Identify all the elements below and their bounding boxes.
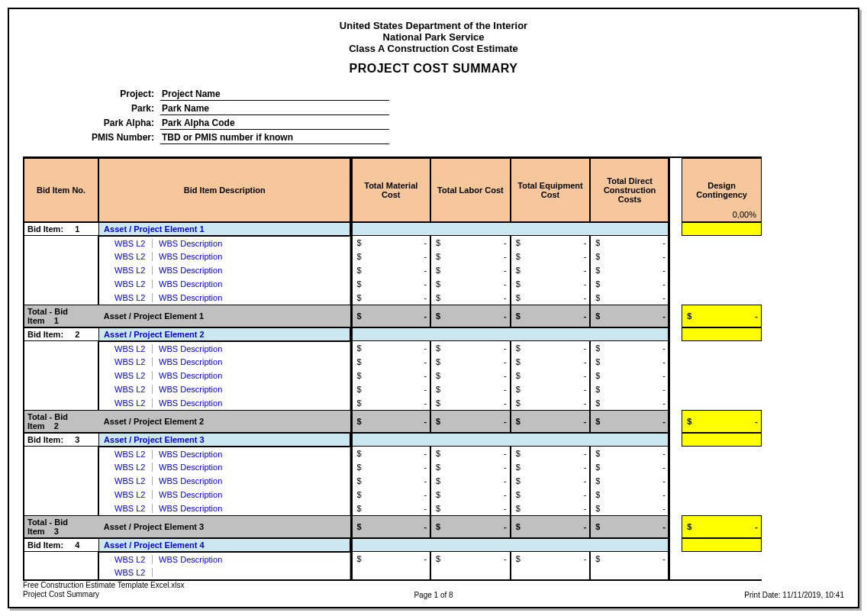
amount-cell: $- xyxy=(350,460,430,474)
total-contingency: $- xyxy=(682,515,762,538)
bid-item-label: Bid Item: 3 xyxy=(23,433,98,447)
pmis-label: PMIS Number: xyxy=(23,132,160,143)
amount-cell: $- xyxy=(350,236,430,250)
amount-cell: $- xyxy=(430,410,511,433)
wbs-description: WBS Description xyxy=(153,463,346,472)
col-direct: Total Direct Construction Costs xyxy=(590,158,670,222)
footer-filename: Free Construction Estimate Template Exce… xyxy=(23,581,185,590)
wbs-description: WBS Description xyxy=(153,476,346,485)
wbs-row: WBS L2 WBS Description $- $- $- $- xyxy=(23,552,762,566)
wbs-row: WBS L2 WBS Description $- $- $- $- xyxy=(23,369,762,382)
wbs-code: WBS L2 xyxy=(102,504,153,513)
amount-cell: $- xyxy=(511,515,591,538)
wbs-description: WBS Description xyxy=(153,266,346,275)
amount-cell: $- xyxy=(511,552,591,566)
wbs-code: WBS L2 xyxy=(102,463,153,472)
amount-cell: $- xyxy=(350,502,430,515)
wbs-code: WBS L2 xyxy=(102,385,153,394)
amount-cell: $- xyxy=(511,291,591,305)
page-frame: United States Department of the Interior… xyxy=(8,8,859,608)
cost-summary-table: Bid Item No. Bid Item Description Total … xyxy=(23,156,762,581)
wbs-row: WBS L2 WBS Description $- $- $- $- xyxy=(23,382,762,396)
col-description: Bid Item Description xyxy=(98,158,350,222)
project-label: Project: xyxy=(23,89,160,99)
document-heading: United States Department of the Interior… xyxy=(23,20,844,76)
footer-print-date: Print Date: 11/11/2019, 10:41 xyxy=(744,591,844,599)
page-title: PROJECT COST SUMMARY xyxy=(23,62,844,76)
amount-cell: $- xyxy=(430,369,511,382)
amount-cell: $- xyxy=(511,305,591,327)
bid-item-total-row: Total - Bid Item 3 Asset / Project Eleme… xyxy=(23,515,762,538)
wbs-code: WBS L2 xyxy=(102,293,153,302)
amount-cell: $- xyxy=(430,263,511,277)
wbs-row: WBS L2 WBS Description $- $- $- $- xyxy=(23,291,762,305)
amount-cell: $- xyxy=(430,396,511,410)
amount-cell: $- xyxy=(590,382,670,396)
wbs-row: WBS L2 WBS Description $- $- $- $- xyxy=(23,341,762,355)
wbs-code: WBS L2 xyxy=(102,252,153,261)
wbs-row: WBS L2 WBS Description $- $- $- $- xyxy=(23,460,762,474)
wbs-row: WBS L2 WBS Description $- $- $- $- xyxy=(23,488,762,502)
wbs-description: WBS Description xyxy=(153,252,346,261)
amount-cell: $- xyxy=(350,250,430,263)
bid-item-label: Bid Item: 4 xyxy=(23,538,98,552)
amount-cell: $- xyxy=(430,502,511,515)
wbs-description: WBS Description xyxy=(153,555,346,564)
bid-item-label: Bid Item: 2 xyxy=(23,327,98,341)
wbs-row: WBS L2 WBS Description $- $- $- $- xyxy=(23,250,762,263)
wbs-description: WBS Description xyxy=(153,239,346,248)
wbs-code: WBS L2 xyxy=(102,279,153,289)
total-label: Total - Bid Item 1 xyxy=(23,305,98,327)
amount-cell: $- xyxy=(590,355,670,369)
amount-cell: $- xyxy=(350,277,430,291)
col-labor: Total Labor Cost xyxy=(430,158,511,222)
bid-item-name: Asset / Project Element 3 xyxy=(98,433,350,447)
bid-item-name: Asset / Project Element 2 xyxy=(98,327,350,341)
amount-cell: $- xyxy=(590,410,670,433)
amount-cell: $- xyxy=(511,488,591,502)
col-material: Total Material Cost xyxy=(350,158,430,222)
wbs-description: WBS Description xyxy=(153,385,346,394)
amount-cell: $- xyxy=(430,305,511,327)
total-contingency: $- xyxy=(682,305,762,327)
amount-cell: $- xyxy=(590,460,670,474)
amount-cell: $- xyxy=(430,291,511,305)
amount-cell-blank xyxy=(511,566,591,579)
amount-cell-blank xyxy=(590,566,670,579)
footer-sheet: Project Cost Summary xyxy=(23,590,185,599)
wbs-code: WBS L2 xyxy=(102,490,153,499)
wbs-row: WBS L2 WBS Description $- $- $- $- xyxy=(23,447,762,460)
amount-cell: $- xyxy=(350,410,430,433)
contingency-highlight xyxy=(682,433,762,447)
amount-cell: $- xyxy=(590,305,670,327)
amount-cell: $- xyxy=(350,355,430,369)
total-name: Asset / Project Element 3 xyxy=(98,515,350,538)
wbs-description xyxy=(153,568,346,577)
amount-cell: $- xyxy=(590,552,670,566)
bid-item-label: Bid Item: 1 xyxy=(23,222,98,236)
wbs-code: WBS L2 xyxy=(102,555,153,564)
amount-cell: $- xyxy=(590,396,670,410)
wbs-description: WBS Description xyxy=(153,490,346,499)
amount-cell: $- xyxy=(430,474,511,488)
amount-cell: $- xyxy=(590,236,670,250)
subtitle-line: Class A Construction Cost Estimate xyxy=(23,43,844,54)
wbs-row: WBS L2 WBS Description $- $- $- $- xyxy=(23,355,762,369)
footer-page: Page 1 of 8 xyxy=(414,591,453,599)
amount-cell: $- xyxy=(590,515,670,538)
contingency-label: Design Contingency xyxy=(696,181,747,199)
amount-cell: $- xyxy=(511,277,591,291)
col-bid-no: Bid Item No. xyxy=(23,158,98,222)
total-name: Asset / Project Element 2 xyxy=(98,410,350,433)
amount-cell: $- xyxy=(590,502,670,515)
wbs-description: WBS Description xyxy=(153,398,346,408)
park-label: Park: xyxy=(23,103,160,114)
amount-cell: $- xyxy=(350,474,430,488)
amount-cell: $- xyxy=(511,460,591,474)
wbs-code: WBS L2 xyxy=(102,266,153,275)
project-value: Project Name xyxy=(160,88,389,101)
bid-item-row: Bid Item: 1 Asset / Project Element 1 xyxy=(23,222,762,236)
amount-cell: $- xyxy=(430,460,511,474)
total-label: Total - Bid Item 2 xyxy=(23,410,98,433)
amount-cell: $- xyxy=(430,552,511,566)
